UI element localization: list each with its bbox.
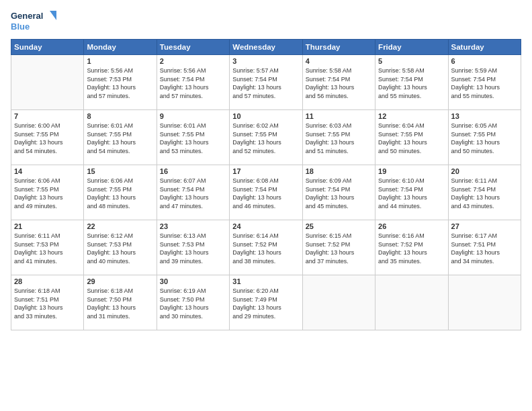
- day-number: 20: [451, 167, 518, 175]
- calendar-cell: 12Sunrise: 6:04 AM Sunset: 7:55 PM Dayli…: [375, 110, 448, 165]
- day-number: 14: [14, 167, 81, 175]
- calendar-cell: 1Sunrise: 5:56 AM Sunset: 7:53 PM Daylig…: [84, 55, 157, 110]
- day-info: Sunrise: 6:12 AM Sunset: 7:53 PM Dayligh…: [87, 232, 153, 265]
- calendar-cell: 13Sunrise: 6:05 AM Sunset: 7:55 PM Dayli…: [448, 110, 521, 165]
- day-number: 13: [451, 112, 518, 120]
- day-info: Sunrise: 6:18 AM Sunset: 7:50 PM Dayligh…: [87, 287, 153, 320]
- day-info: Sunrise: 6:16 AM Sunset: 7:52 PM Dayligh…: [378, 232, 445, 265]
- calendar-cell: [448, 275, 521, 330]
- calendar-cell: 5Sunrise: 5:58 AM Sunset: 7:54 PM Daylig…: [375, 55, 448, 110]
- calendar-cell: [302, 275, 375, 330]
- day-info: Sunrise: 6:01 AM Sunset: 7:55 PM Dayligh…: [87, 122, 153, 155]
- header-row: SundayMondayTuesdayWednesdayThursdayFrid…: [11, 40, 521, 55]
- day-number: 9: [160, 112, 226, 120]
- day-info: Sunrise: 6:11 AM Sunset: 7:54 PM Dayligh…: [451, 177, 518, 210]
- day-info: Sunrise: 5:59 AM Sunset: 7:54 PM Dayligh…: [451, 66, 518, 100]
- logo: General Blue: [11, 8, 58, 35]
- day-info: Sunrise: 6:19 AM Sunset: 7:50 PM Dayligh…: [160, 287, 226, 320]
- calendar-cell: 8Sunrise: 6:01 AM Sunset: 7:55 PM Daylig…: [84, 110, 157, 165]
- day-number: 15: [87, 167, 153, 175]
- day-number: 1: [87, 57, 153, 65]
- day-info: Sunrise: 6:05 AM Sunset: 7:55 PM Dayligh…: [451, 122, 518, 155]
- day-number: 10: [232, 112, 299, 120]
- calendar-cell: 10Sunrise: 6:02 AM Sunset: 7:55 PM Dayli…: [230, 110, 302, 165]
- day-info: Sunrise: 6:13 AM Sunset: 7:53 PM Dayligh…: [160, 232, 226, 265]
- svg-text:General: General: [11, 11, 43, 21]
- calendar-cell: 6Sunrise: 5:59 AM Sunset: 7:54 PM Daylig…: [448, 55, 521, 110]
- day-info: Sunrise: 6:11 AM Sunset: 7:53 PM Dayligh…: [14, 232, 81, 265]
- calendar-cell: 24Sunrise: 6:14 AM Sunset: 7:52 PM Dayli…: [230, 220, 302, 275]
- day-number: 30: [160, 277, 226, 285]
- day-number: 26: [378, 222, 445, 230]
- col-header-tuesday: Tuesday: [157, 40, 229, 55]
- week-row-5: 28Sunrise: 6:18 AM Sunset: 7:51 PM Dayli…: [11, 275, 521, 330]
- col-header-saturday: Saturday: [448, 40, 521, 55]
- day-number: 18: [306, 167, 372, 175]
- day-number: 16: [160, 167, 226, 175]
- week-row-1: 1Sunrise: 5:56 AM Sunset: 7:53 PM Daylig…: [11, 55, 521, 110]
- day-number: 4: [306, 57, 372, 65]
- general-blue-logo: General Blue: [11, 8, 58, 35]
- day-number: 27: [451, 222, 518, 230]
- col-header-thursday: Thursday: [302, 40, 375, 55]
- calendar-cell: 27Sunrise: 6:17 AM Sunset: 7:51 PM Dayli…: [448, 220, 521, 275]
- calendar-cell: 29Sunrise: 6:18 AM Sunset: 7:50 PM Dayli…: [84, 275, 157, 330]
- calendar-cell: 31Sunrise: 6:20 AM Sunset: 7:49 PM Dayli…: [230, 275, 302, 330]
- day-number: 5: [378, 57, 445, 65]
- week-row-2: 7Sunrise: 6:00 AM Sunset: 7:55 PM Daylig…: [11, 110, 521, 165]
- day-number: 31: [232, 277, 299, 285]
- day-info: Sunrise: 6:10 AM Sunset: 7:54 PM Dayligh…: [378, 177, 445, 210]
- day-number: 3: [232, 57, 299, 65]
- day-number: 21: [14, 222, 81, 230]
- col-header-monday: Monday: [84, 40, 157, 55]
- day-info: Sunrise: 5:58 AM Sunset: 7:54 PM Dayligh…: [306, 66, 372, 100]
- calendar-cell: 2Sunrise: 5:56 AM Sunset: 7:54 PM Daylig…: [157, 55, 229, 110]
- day-info: Sunrise: 5:57 AM Sunset: 7:54 PM Dayligh…: [232, 66, 299, 100]
- day-number: 11: [306, 112, 372, 120]
- calendar-cell: 19Sunrise: 6:10 AM Sunset: 7:54 PM Dayli…: [375, 165, 448, 220]
- day-info: Sunrise: 6:04 AM Sunset: 7:55 PM Dayligh…: [378, 122, 445, 155]
- day-number: 12: [378, 112, 445, 120]
- day-number: 6: [451, 57, 518, 65]
- calendar-cell: 16Sunrise: 6:07 AM Sunset: 7:54 PM Dayli…: [157, 165, 229, 220]
- calendar-cell: 14Sunrise: 6:06 AM Sunset: 7:55 PM Dayli…: [11, 165, 84, 220]
- day-info: Sunrise: 6:01 AM Sunset: 7:55 PM Dayligh…: [160, 122, 226, 155]
- svg-marker-2: [50, 11, 56, 20]
- col-header-wednesday: Wednesday: [230, 40, 302, 55]
- calendar-cell: 15Sunrise: 6:06 AM Sunset: 7:55 PM Dayli…: [84, 165, 157, 220]
- day-info: Sunrise: 6:09 AM Sunset: 7:54 PM Dayligh…: [306, 177, 372, 210]
- calendar-cell: 3Sunrise: 5:57 AM Sunset: 7:54 PM Daylig…: [230, 55, 302, 110]
- col-header-sunday: Sunday: [11, 40, 84, 55]
- day-info: Sunrise: 5:56 AM Sunset: 7:53 PM Dayligh…: [87, 66, 153, 100]
- day-number: 28: [14, 277, 81, 285]
- day-info: Sunrise: 6:18 AM Sunset: 7:51 PM Dayligh…: [14, 287, 81, 320]
- day-number: 25: [306, 222, 372, 230]
- calendar-cell: 7Sunrise: 6:00 AM Sunset: 7:55 PM Daylig…: [11, 110, 84, 165]
- day-number: 19: [378, 167, 445, 175]
- day-number: 29: [87, 277, 153, 285]
- calendar-cell: 18Sunrise: 6:09 AM Sunset: 7:54 PM Dayli…: [302, 165, 375, 220]
- calendar-cell: 21Sunrise: 6:11 AM Sunset: 7:53 PM Dayli…: [11, 220, 84, 275]
- svg-text:Blue: Blue: [11, 21, 30, 32]
- week-row-3: 14Sunrise: 6:06 AM Sunset: 7:55 PM Dayli…: [11, 165, 521, 220]
- calendar-cell: 17Sunrise: 6:08 AM Sunset: 7:54 PM Dayli…: [230, 165, 302, 220]
- calendar-cell: [375, 275, 448, 330]
- page-container: General Blue SundayMondayTuesdayWednesda…: [0, 0, 532, 336]
- day-number: 2: [160, 57, 226, 65]
- calendar-cell: 20Sunrise: 6:11 AM Sunset: 7:54 PM Dayli…: [448, 165, 521, 220]
- day-info: Sunrise: 6:00 AM Sunset: 7:55 PM Dayligh…: [14, 122, 81, 155]
- day-info: Sunrise: 6:06 AM Sunset: 7:55 PM Dayligh…: [14, 177, 81, 210]
- day-info: Sunrise: 6:17 AM Sunset: 7:51 PM Dayligh…: [451, 232, 518, 265]
- week-row-4: 21Sunrise: 6:11 AM Sunset: 7:53 PM Dayli…: [11, 220, 521, 275]
- day-number: 17: [232, 167, 299, 175]
- day-number: 22: [87, 222, 153, 230]
- day-info: Sunrise: 6:07 AM Sunset: 7:54 PM Dayligh…: [160, 177, 226, 210]
- day-info: Sunrise: 6:14 AM Sunset: 7:52 PM Dayligh…: [232, 232, 299, 265]
- day-number: 7: [14, 112, 81, 120]
- calendar-cell: 25Sunrise: 6:15 AM Sunset: 7:52 PM Dayli…: [302, 220, 375, 275]
- day-info: Sunrise: 6:06 AM Sunset: 7:55 PM Dayligh…: [87, 177, 153, 210]
- calendar-cell: 22Sunrise: 6:12 AM Sunset: 7:53 PM Dayli…: [84, 220, 157, 275]
- day-number: 23: [160, 222, 226, 230]
- calendar-cell: 9Sunrise: 6:01 AM Sunset: 7:55 PM Daylig…: [157, 110, 229, 165]
- calendar-cell: 11Sunrise: 6:03 AM Sunset: 7:55 PM Dayli…: [302, 110, 375, 165]
